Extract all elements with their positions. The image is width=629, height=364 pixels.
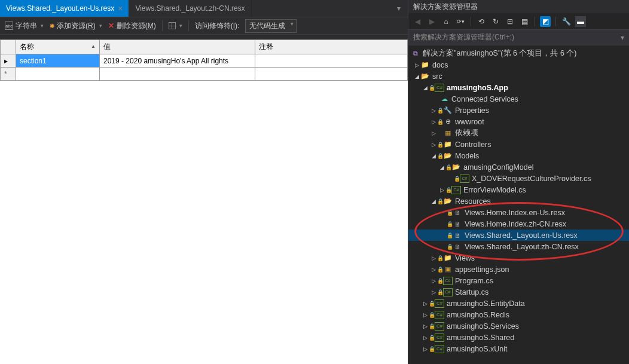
- resource-grid[interactable]: 名称 ▲ 值 注释 ▸ section1 2019 - 2020 amusing…: [0, 39, 408, 81]
- remove-icon: ✕: [108, 22, 114, 30]
- collapse-all-icon[interactable]: ⊟: [505, 16, 515, 27]
- folder-docs[interactable]: ▷ 📁 docs: [408, 59, 629, 71]
- chevron-right-icon[interactable]: ▷: [438, 187, 445, 193]
- resource-type-dropdown[interactable]: abc 字符串: [5, 21, 44, 31]
- remove-resource-label: 删除资源(M): [117, 21, 156, 31]
- project-shared[interactable]: ▷🔒 C# amusinghoS.Shared: [408, 332, 629, 343]
- models-node[interactable]: ◢🔒 📂 Models: [408, 150, 629, 161]
- deps-node[interactable]: ▷ ▦ 依赖项: [408, 127, 629, 139]
- search-dropdown-icon[interactable]: ▾: [621, 33, 624, 42]
- chevron-right-icon[interactable]: ▷: [430, 278, 437, 284]
- add-resource-button[interactable]: ✱ 添加资源(R): [50, 21, 102, 31]
- search-placeholder: 搜索解决方案资源管理器(Ctrl+;): [413, 32, 514, 42]
- file-program[interactable]: ▷🔒 C# Program.cs: [408, 275, 629, 286]
- strings-icon: abc: [5, 22, 13, 30]
- chevron-right-icon[interactable]: ▷: [430, 130, 437, 136]
- globe-icon: ⊕: [443, 118, 453, 126]
- folder-src[interactable]: ◢ 📂 src: [408, 71, 629, 82]
- controllers-node[interactable]: ▷🔒 📁 Controllers: [408, 139, 629, 150]
- lock-icon: 🔒: [437, 289, 443, 295]
- file-appsettings[interactable]: ▷🔒 ▣ appsettings.json: [408, 264, 629, 275]
- col-name[interactable]: 名称 ▲: [16, 40, 100, 54]
- lock-icon: 🔒: [429, 85, 435, 91]
- project-redis[interactable]: ▷🔒 C# amusinghoS.Redis: [408, 309, 629, 320]
- cell-comment[interactable]: [255, 54, 408, 68]
- file-errorvm[interactable]: ▷🔒 C# ErrorViewModel.cs: [408, 184, 629, 195]
- chevron-down-icon[interactable]: ◢: [422, 85, 429, 91]
- file-resx-home-en[interactable]: 🔒 🗎 Views.Home.Index.en-Us.resx: [408, 207, 629, 218]
- wwwroot-node[interactable]: ▷🔒 ⊕ wwwroot: [408, 116, 629, 127]
- remove-resource-button[interactable]: ✕ 删除资源(M): [108, 21, 156, 31]
- resources-node[interactable]: ◢🔒 📂 Resources: [408, 195, 629, 207]
- chevron-right-icon[interactable]: ▷: [430, 142, 437, 148]
- properties-node[interactable]: ▷🔒 🔧 Properties: [408, 105, 629, 116]
- csproj-icon: C#: [435, 322, 444, 331]
- chevron-right-icon[interactable]: ▷: [430, 267, 437, 273]
- row-header-corner[interactable]: [1, 40, 16, 54]
- back-icon: ◀: [412, 16, 423, 27]
- solution-tree[interactable]: ⧉ 解决方案"amusinghoS"(第 6 个项目，共 6 个) ▷ 📁 do…: [408, 45, 629, 364]
- folder-open-icon: 📂: [443, 197, 453, 206]
- solution-explorer: 解决方案资源管理器 ◀ ▶ ⌂ ⟳▾ ⟲ ↻ ⊟ ▤ ◩ 🔧 ▬ 搜索解决方案资…: [408, 0, 629, 364]
- preview-selected-icon[interactable]: ◩: [540, 16, 551, 27]
- connected-icon: ☁: [439, 95, 449, 103]
- document-tabs: Views.Shared._Layout.en-Us.resx × Views.…: [0, 0, 408, 17]
- table-row[interactable]: ▸ section1 2019 - 2020 amusingHo's App A…: [1, 54, 408, 68]
- configmodel-node[interactable]: ◢🔒 📂 amusingConfigModel: [408, 161, 629, 173]
- toolbar-overflow-icon[interactable]: ▬: [575, 16, 586, 27]
- tab-label: Views.Shared._Layout.zh-CN.resx: [135, 4, 245, 13]
- switch-views-icon[interactable]: ⟳▾: [455, 16, 466, 27]
- lock-icon: 🔒: [447, 210, 453, 216]
- col-comment[interactable]: 注释: [255, 40, 408, 54]
- new-row[interactable]: *: [1, 68, 408, 81]
- project-entitydata[interactable]: ▷🔒 C# amusinghoS.EntityData: [408, 298, 629, 309]
- chevron-down-icon[interactable]: ◢: [430, 153, 437, 159]
- sync-icon[interactable]: ⟲: [476, 16, 487, 27]
- csproj-icon: C#: [435, 84, 444, 92]
- project-app[interactable]: ◢ 🔒 C# amusinghoS.App: [408, 82, 629, 93]
- views-node[interactable]: ▷🔒 📁 Views: [408, 252, 629, 264]
- chevron-right-icon[interactable]: ▷: [413, 62, 420, 68]
- folder-open-icon: 📂: [443, 152, 453, 160]
- properties-icon[interactable]: 🔧: [561, 16, 572, 27]
- chevron-down-icon[interactable]: ◢: [413, 74, 420, 79]
- project-xunit[interactable]: ▷🔒 C# amusinghoS.xUnit: [408, 343, 629, 354]
- chevron-right-icon[interactable]: ▷: [430, 108, 437, 114]
- chevron-right-icon[interactable]: ▷: [430, 255, 437, 261]
- solution-node[interactable]: ⧉ 解决方案"amusinghoS"(第 6 个项目，共 6 个): [408, 48, 629, 59]
- chevron-right-icon[interactable]: ▷: [422, 312, 429, 318]
- chevron-down-icon[interactable]: ◢: [430, 198, 437, 204]
- tab-layout-zh[interactable]: Views.Shared._Layout.zh-CN.resx: [129, 0, 251, 17]
- file-startup[interactable]: ▷🔒 C# Startup.cs: [408, 286, 629, 298]
- view-dropdown[interactable]: [169, 22, 182, 29]
- close-icon[interactable]: ×: [118, 4, 123, 13]
- row-indicator[interactable]: ▸: [1, 54, 16, 68]
- project-services[interactable]: ▷🔒 C# amusinghoS.Services: [408, 320, 629, 332]
- resource-grid-area: 名称 ▲ 值 注释 ▸ section1 2019 - 2020 amusing…: [0, 39, 408, 364]
- lock-icon: 🔒: [437, 108, 443, 114]
- tab-layout-en[interactable]: Views.Shared._Layout.en-Us.resx ×: [0, 0, 129, 17]
- chevron-right-icon[interactable]: ▷: [422, 301, 429, 307]
- show-all-files-icon[interactable]: ▤: [519, 16, 530, 27]
- col-value[interactable]: 值: [100, 40, 255, 54]
- refresh-icon[interactable]: ↻: [490, 16, 501, 27]
- file-culture[interactable]: ▷🔒 C# X_DOVERequestCultureProvider.cs: [408, 173, 629, 184]
- file-resx-layout-zh[interactable]: 🔒 🗎 Views.Shared._Layout.zh-CN.resx: [408, 241, 629, 252]
- connected-services[interactable]: ☁ Connected Services: [408, 93, 629, 105]
- chevron-right-icon[interactable]: ▷: [422, 346, 429, 352]
- lock-icon: 🔒: [437, 267, 443, 273]
- home-icon[interactable]: ⌂: [441, 16, 451, 27]
- search-input[interactable]: 搜索解决方案资源管理器(Ctrl+;) ▾: [408, 30, 629, 45]
- chevron-right-icon[interactable]: ▷: [430, 119, 437, 125]
- file-resx-home-zh[interactable]: 🔒 🗎 Views.Home.Index.zh-CN.resx: [408, 218, 629, 230]
- tabs-overflow-icon[interactable]: ▾: [393, 4, 404, 13]
- chevron-right-icon[interactable]: ▷: [430, 289, 437, 295]
- cell-name[interactable]: section1: [16, 54, 100, 68]
- cell-value[interactable]: 2019 - 2020 amusingHo's App All rights: [100, 54, 255, 68]
- file-resx-layout-en[interactable]: 🔒 🗎 Views.Shared._Layout.en-Us.resx: [408, 230, 629, 241]
- chevron-right-icon[interactable]: ▷: [422, 323, 429, 329]
- separator: [162, 20, 163, 31]
- chevron-down-icon[interactable]: ◢: [438, 164, 445, 170]
- chevron-right-icon[interactable]: ▷: [422, 335, 429, 341]
- access-modifier-select[interactable]: 无代码生成: [245, 19, 297, 33]
